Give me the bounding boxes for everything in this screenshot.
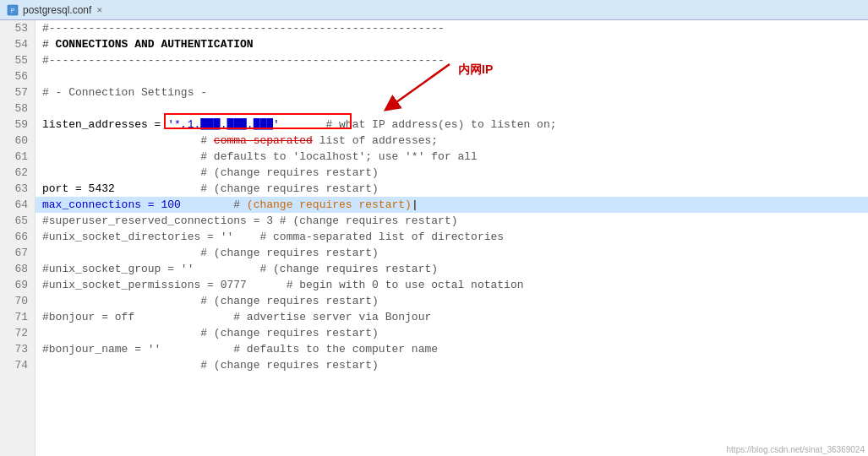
line-number: 67 bbox=[7, 245, 28, 261]
line-number: 66 bbox=[7, 229, 28, 245]
line-number: 53 bbox=[7, 20, 28, 36]
code-line: # - Connection Settings - bbox=[35, 84, 868, 100]
code-line: # comma-separated list of addresses; bbox=[35, 133, 868, 149]
line-numbers: 5354555657585960616263646566676869707172… bbox=[0, 20, 35, 456]
code-line: #bonjour = off # advertise server via Bo… bbox=[35, 309, 868, 325]
svg-text:P: P bbox=[11, 8, 15, 14]
code-line: #---------------------------------------… bbox=[35, 20, 868, 36]
line-number: 73 bbox=[7, 341, 28, 357]
code-line: # CONNECTIONS AND AUTHENTICATION bbox=[35, 36, 868, 52]
line-number: 69 bbox=[7, 277, 28, 293]
line-number: 58 bbox=[7, 100, 28, 117]
line-number: 56 bbox=[7, 68, 28, 84]
code-line: max_connections = 100 # (change requires… bbox=[35, 197, 868, 213]
tab-filename: postgresql.conf bbox=[23, 4, 91, 16]
code-line bbox=[35, 100, 868, 117]
line-number: 60 bbox=[7, 133, 28, 149]
line-number: 55 bbox=[7, 52, 28, 68]
file-icon: P bbox=[7, 4, 19, 16]
line-number: 71 bbox=[7, 309, 28, 325]
close-tab-button[interactable]: ✕ bbox=[96, 4, 102, 15]
code-line: #superuser_reserved_connections = 3 # (c… bbox=[35, 213, 868, 229]
code-line: # (change requires restart) bbox=[35, 325, 868, 341]
line-number: 70 bbox=[7, 293, 28, 309]
line-number: 72 bbox=[7, 325, 28, 341]
code-line: #unix_socket_group = '' # (change requir… bbox=[35, 261, 868, 277]
line-number: 57 bbox=[7, 84, 28, 100]
code-line: port = 5432 # (change requires restart) bbox=[35, 181, 868, 197]
line-number: 62 bbox=[7, 165, 28, 181]
line-number: 63 bbox=[7, 181, 28, 197]
code-line: # defaults to 'localhost'; use '*' for a… bbox=[35, 149, 868, 165]
line-number: 65 bbox=[7, 213, 28, 229]
code-line: #---------------------------------------… bbox=[35, 52, 868, 68]
watermark: https://blog.csdn.net/sinat_36369024 bbox=[727, 445, 865, 454]
code-line: # (change requires restart) bbox=[35, 165, 868, 181]
code-line: # (change requires restart) bbox=[35, 245, 868, 261]
title-bar: P postgresql.conf ✕ bbox=[0, 0, 868, 20]
code-line: # (change requires restart) bbox=[35, 357, 868, 373]
code-line bbox=[35, 68, 868, 84]
line-number: 74 bbox=[7, 357, 28, 373]
code-line: # (change requires restart) bbox=[35, 293, 868, 309]
code-line: #unix_socket_permissions = 0777 # begin … bbox=[35, 277, 868, 293]
line-number: 54 bbox=[7, 36, 28, 52]
code-line: #unix_socket_directories = '' # comma-se… bbox=[35, 229, 868, 245]
editor-container: 5354555657585960616263646566676869707172… bbox=[0, 20, 868, 456]
code-area[interactable]: #---------------------------------------… bbox=[35, 20, 868, 456]
code-line: #bonjour_name = '' # defaults to the com… bbox=[35, 341, 868, 357]
line-number: 68 bbox=[7, 261, 28, 277]
line-number: 64 bbox=[7, 197, 28, 213]
code-line: listen_addresses = '*,1.███.███.███' # w… bbox=[35, 117, 868, 133]
line-number: 59 bbox=[7, 117, 28, 133]
line-number: 61 bbox=[7, 149, 28, 165]
